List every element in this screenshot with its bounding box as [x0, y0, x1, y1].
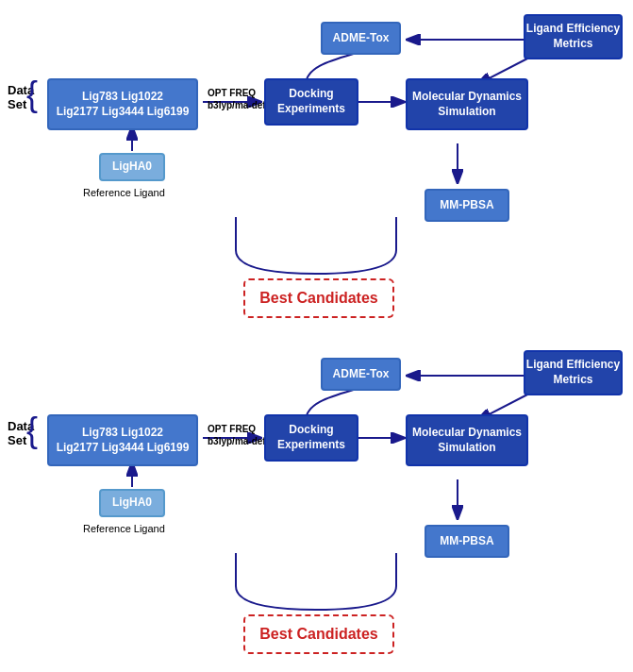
mmpbsa-box-2: MM-PBSA — [425, 525, 509, 558]
optfreq-label-1: OPT FREQ — [208, 87, 256, 99]
best-candidates-1: Best Candidates — [243, 278, 394, 318]
docking-box-2: Docking Experiments — [264, 414, 358, 462]
ref-label-1: Reference Ligand — [83, 187, 165, 198]
mmpbsa-box-1: MM-PBSA — [425, 189, 509, 222]
ligeff-box-1: Ligand Efficiency Metrics — [524, 14, 623, 59]
adme-box-2: ADME-Tox — [321, 358, 401, 391]
adme-box-1: ADME-Tox — [321, 22, 401, 55]
ligha0-box-2: LigHA0 — [99, 489, 165, 517]
panel-1: DataSet { Lig783 Lig1022 Lig2177 Lig3444… — [0, 0, 633, 336]
ligha0-box-1: LigHA0 — [99, 153, 165, 181]
brace-2: { — [26, 413, 38, 447]
panel-2: DataSet { Lig783 Lig1022 Lig2177 Lig3444… — [0, 336, 633, 672]
dataset-box-2: Lig783 Lig1022 Lig2177 Lig3444 Lig6199 — [47, 414, 198, 466]
ref-label-2: Reference Ligand — [83, 523, 165, 534]
optfreq-label-2: OPT FREQ — [208, 423, 256, 435]
dataset-box-1: Lig783 Lig1022 Lig2177 Lig3444 Lig6199 — [47, 78, 198, 130]
md-box-2: Molecular Dynamics Simulation — [406, 414, 528, 466]
best-candidates-2: Best Candidates — [243, 614, 394, 654]
ligeff-box-2: Ligand Efficiency Metrics — [524, 350, 623, 395]
md-box-1: Molecular Dynamics Simulation — [406, 78, 528, 130]
brace-1: { — [26, 77, 38, 111]
docking-box-1: Docking Experiments — [264, 78, 358, 126]
